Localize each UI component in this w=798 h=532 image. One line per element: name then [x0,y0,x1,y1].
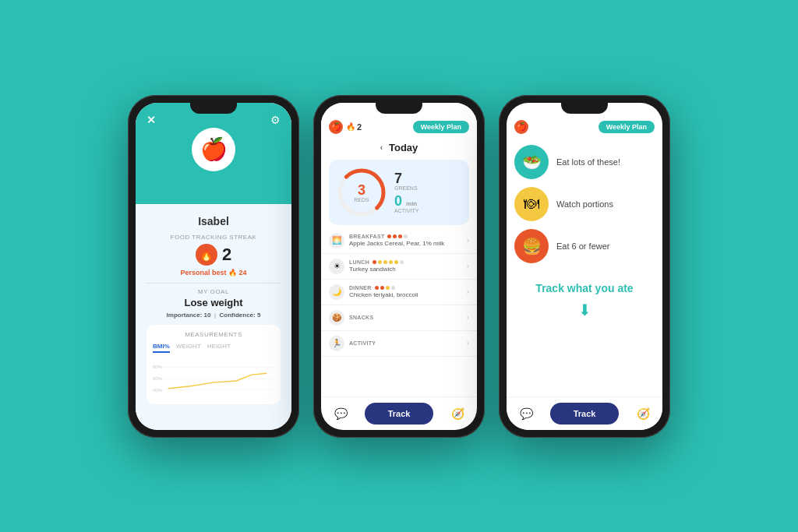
chevron-right-icon: › [467,313,469,322]
flame-icon: 🔥 [196,244,217,266]
activity-row: 0 min ACTIVITY [394,194,419,213]
down-arrow-icon: ⬇ [514,301,655,319]
meal-item-dinner[interactable]: 🌙 DINNER Chicken teriyaki, broccoli › [321,280,477,305]
phone1-screen: ✕ ⚙ 🍎 Isabel FOOD TRACKING STREAK 🔥 2 Pe… [136,103,291,430]
summary-right: 7 GREENS 0 min ACTIVITY [394,171,419,213]
goal-label: MY GOAL [147,288,281,295]
portions-guide-icon: 🍽 [514,187,549,221]
tab-height[interactable]: HEIGHT [207,343,231,353]
guide-item-greens: 🥗 Eat lots of these! [514,145,655,179]
greens-label: GREENS [394,185,419,191]
chevron-right-icon: › [467,339,469,347]
apple-icon: 🍎 [329,120,343,134]
lunch-info: LUNCH Turkey sandwich [349,259,467,273]
goal-title: Lose weight [147,297,281,308]
today-nav: ‹ Today [321,139,477,157]
phone-today: 🍎 🔥 2 Weekly Plan ‹ Today [313,95,485,438]
weekly-plan-button[interactable]: Weekly Plan [413,121,469,133]
streak-number: 2 [222,245,231,265]
greens-guide-text: Eat lots of these! [556,157,620,167]
measurements-tabs: BMI% WEIGHT HEIGHT [153,343,274,353]
close-icon[interactable]: ✕ [147,114,156,126]
divider [147,283,281,284]
streak-badge: 🔥 2 [346,122,362,132]
portions-guide-text: Watch portions [556,199,613,209]
meal-item-breakfast[interactable]: 🌅 BREAKFAST Apple Jacks Cereal, Pear, 1%… [321,228,477,254]
streak-row: 🔥 2 [147,244,281,266]
svg-text:60%: 60% [153,375,162,380]
track-button[interactable]: Track [365,403,434,425]
chevron-right-icon: › [467,236,469,245]
greens-number: 7 [394,171,419,185]
activity-number: 0 min [394,194,419,208]
streak-count: 2 [357,122,362,132]
avatar: 🍎 [192,128,235,171]
meal-item-snacks[interactable]: 🍪 SNACKS › [321,305,477,331]
track-cta: Track what you ate ⬇ [507,282,662,319]
activity-icon: 🏃 [329,336,344,351]
phone2-topbar: 🍎 🔥 2 Weekly Plan [321,103,477,139]
snacks-icon: 🍪 [329,310,344,326]
chart-area: 80% 60% 40% [153,359,274,398]
phone-profile: ✕ ⚙ 🍎 Isabel FOOD TRACKING STREAK 🔥 2 Pe… [128,95,299,438]
nav-arrow-left[interactable]: ‹ [380,143,383,152]
meal-list: 🌅 BREAKFAST Apple Jacks Cereal, Pear, 1%… [321,228,477,396]
user-name: Isabel [147,215,281,227]
chart-svg: 80% 60% 40% [153,359,274,398]
chevron-right-icon: › [467,287,469,296]
phone1-header: ✕ ⚙ 🍎 [136,103,291,204]
gear-icon[interactable]: ⚙ [270,114,281,126]
reds-circle: 3 REDS [337,167,387,217]
svg-text:40%: 40% [153,387,162,392]
dinner-info: DINNER Chicken teriyaki, broccoli [349,285,467,298]
meal-item-activity[interactable]: 🏃 ACTIVITY › [321,331,477,357]
tab-bmi[interactable]: BMI% [153,343,170,353]
measurements-section: MEASUREMENTS BMI% WEIGHT HEIGHT 80% 60% [147,325,281,404]
dinner-icon: 🌙 [329,284,344,300]
greens-guide-icon: 🥗 [514,145,549,179]
reds-guide-text: Eat 6 or fewer [556,241,609,251]
reds-label: REDS [354,196,369,202]
guide-item-reds: 🍔 Eat 6 or fewer [514,229,655,263]
reds-guide-icon: 🍔 [514,229,549,263]
summary-card: 3 REDS 7 GREENS 0 min ACTIVITY [329,160,469,225]
track-button[interactable]: Track [550,403,620,425]
chat-button[interactable]: 💬 [329,402,352,425]
measurements-title: MEASUREMENTS [153,331,274,338]
personal-best: Personal best 🔥 24 [147,269,281,277]
svg-text:80%: 80% [153,365,162,369]
phone3-topbar: 🍎 Weekly Plan [507,103,662,139]
today-label: Today [389,142,418,153]
phone3-screen: 🍎 Weekly Plan 🥗 Eat lots of these! 🍽 Wat… [507,103,662,430]
lunch-icon: ☀ [329,259,344,274]
compass-button[interactable]: 🧭 [446,402,469,425]
tab-weight[interactable]: WEIGHT [176,343,201,353]
breakfast-info: BREAKFAST Apple Jacks Cereal, Pear, 1% m… [349,234,467,247]
guide-item-portions: 🍽 Watch portions [514,187,655,221]
phone1-body: Isabel FOOD TRACKING STREAK 🔥 2 Personal… [136,204,291,430]
topbar-left: 🍎 🔥 2 [329,120,362,134]
breakfast-icon: 🌅 [329,233,344,248]
meal-item-lunch[interactable]: ☀ LUNCH Turkey sandwich › [321,254,477,280]
phone-guide: 🍎 Weekly Plan 🥗 Eat lots of these! 🍽 Wat… [499,95,670,438]
guide-list: 🥗 Eat lots of these! 🍽 Watch portions 🍔 … [507,139,662,270]
apple-icon: 🍎 [514,120,528,134]
goal-meta: Importance: 10 | Confidence: 5 [147,312,281,319]
chevron-right-icon: › [467,262,469,270]
greens-row: 7 GREENS [394,171,419,191]
flame-small-icon: 🔥 [346,122,355,131]
phones-container: ✕ ⚙ 🍎 Isabel FOOD TRACKING STREAK 🔥 2 Pe… [128,95,670,438]
reds-number: 3 [354,182,369,196]
compass-button[interactable]: 🧭 [631,402,655,425]
phone3-bottom: 💬 Track 🧭 [507,396,662,430]
activity-label: ACTIVITY [394,208,419,213]
weekly-plan-button[interactable]: Weekly Plan [598,121,655,133]
track-cta-title: Track what you ate [514,282,655,294]
snacks-info: SNACKS [349,315,467,320]
streak-section-label: FOOD TRACKING STREAK [147,234,281,241]
phone2-screen: 🍎 🔥 2 Weekly Plan ‹ Today [321,103,477,430]
phone2-bottom: 💬 Track 🧭 [321,396,477,430]
chat-button[interactable]: 💬 [514,402,538,425]
activity-info: ACTIVITY [349,340,467,346]
